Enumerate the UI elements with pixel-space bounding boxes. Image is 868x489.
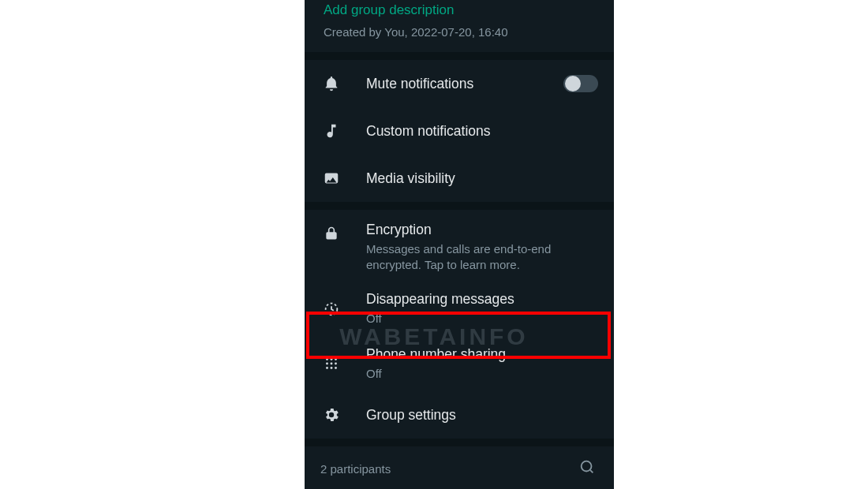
participants-header: 2 participants (305, 446, 614, 487)
svg-point-7 (326, 367, 328, 369)
media-visibility-label: Media visibility (366, 170, 598, 187)
svg-point-9 (335, 367, 337, 369)
music-note-icon (320, 120, 342, 142)
svg-point-6 (335, 363, 337, 365)
timer-icon (320, 297, 342, 319)
lock-icon (320, 222, 342, 244)
mute-notifications-label: Mute notifications (366, 75, 540, 92)
svg-point-1 (326, 358, 328, 360)
svg-point-4 (326, 363, 328, 365)
mute-notifications-toggle[interactable] (563, 75, 598, 92)
phone-number-sharing-row[interactable]: Phone number sharing Off (305, 336, 614, 391)
svg-point-2 (331, 358, 333, 360)
encryption-sublabel: Messages and calls are end-to-end encryp… (366, 241, 563, 273)
svg-point-3 (335, 358, 337, 360)
page-stage: Add group description Created by You, 20… (0, 0, 868, 489)
phone-number-sharing-label: Phone number sharing (366, 345, 598, 363)
participants-count-label: 2 participants (320, 462, 391, 476)
group-settings-row[interactable]: Group settings (305, 391, 614, 439)
dialpad-icon (320, 353, 342, 375)
group-settings-label: Group settings (366, 406, 598, 424)
group-header: Add group description Created by You, 20… (305, 0, 614, 52)
privacy-section: Encryption Messages and calls are end-to… (305, 210, 614, 439)
section-divider (305, 439, 614, 446)
custom-notifications-label: Custom notifications (366, 122, 598, 140)
section-divider (305, 202, 614, 210)
mute-notifications-row[interactable]: Mute notifications (305, 60, 614, 107)
disappearing-messages-row[interactable]: Disappearing messages Off (305, 282, 614, 336)
custom-notifications-row[interactable]: Custom notifications (305, 107, 614, 155)
image-icon (320, 167, 342, 189)
disappearing-messages-value: Off (366, 311, 563, 327)
disappearing-messages-label: Disappearing messages (366, 290, 598, 308)
search-icon (578, 458, 596, 479)
notifications-section: Mute notifications Custom notifications … (305, 60, 614, 202)
svg-point-8 (331, 367, 333, 369)
gear-icon (320, 404, 342, 426)
svg-point-5 (331, 363, 333, 365)
media-visibility-row[interactable]: Media visibility (305, 155, 614, 202)
encryption-label: Encryption (366, 221, 598, 238)
phone-screen: Add group description Created by You, 20… (305, 0, 614, 489)
svg-point-10 (582, 461, 592, 472)
phone-number-sharing-value: Off (366, 366, 563, 382)
group-created-label: Created by You, 2022-07-20, 16:40 (324, 24, 595, 41)
bell-icon (320, 73, 342, 95)
section-divider (305, 52, 614, 60)
add-group-description-link[interactable]: Add group description (324, 2, 595, 19)
search-participants-button[interactable] (576, 457, 598, 480)
encryption-row[interactable]: Encryption Messages and calls are end-to… (305, 210, 614, 282)
